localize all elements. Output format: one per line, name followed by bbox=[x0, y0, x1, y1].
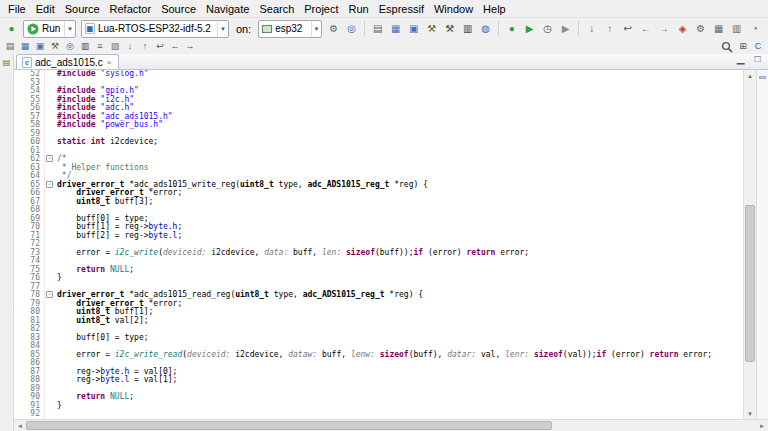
fold-collapse-icon[interactable]: - bbox=[44, 181, 54, 190]
fold-margin bbox=[44, 232, 54, 241]
save-icon[interactable]: ▦ bbox=[387, 20, 404, 37]
edit-launch-config-icon[interactable]: ◎ bbox=[343, 20, 360, 37]
run-history-icon[interactable]: ▶ bbox=[521, 20, 538, 37]
scroll-left-icon[interactable]: ◄ bbox=[14, 420, 26, 431]
horizontal-scroll-thumb[interactable] bbox=[26, 421, 552, 430]
debug-mode-icon[interactable]: ● bbox=[503, 20, 520, 37]
fold-margin bbox=[44, 198, 54, 207]
debug-icon[interactable]: ● bbox=[3, 20, 20, 37]
tab-adc-ads1015[interactable]: c adc_ads1015.c × bbox=[16, 54, 119, 69]
chevron-down-icon[interactable]: ▾ bbox=[217, 21, 228, 37]
minimize-editor-icon[interactable]: ▁ bbox=[732, 50, 749, 67]
code-line: 76} bbox=[14, 274, 743, 283]
code-text: #include "power_bus.h" bbox=[54, 121, 163, 130]
menu-refactor[interactable]: Refactor bbox=[105, 2, 157, 16]
menu-source[interactable]: Source bbox=[156, 2, 201, 16]
code-line: 92 bbox=[14, 410, 743, 419]
fold-margin bbox=[44, 342, 54, 351]
overview-mark[interactable] bbox=[759, 76, 766, 79]
new-file-dropdown-icon[interactable]: ▤ bbox=[3, 40, 17, 53]
code-text: } bbox=[54, 402, 62, 411]
build-all-icon[interactable]: ⚒ bbox=[441, 20, 458, 37]
menu-search[interactable]: Search bbox=[254, 2, 299, 16]
mark-occurrences-icon[interactable]: ▧ bbox=[108, 40, 122, 53]
minimized-view-icon[interactable]: ▤ bbox=[1, 57, 13, 69]
previous-marker-icon[interactable]: ↑ bbox=[601, 20, 618, 37]
fold-margin bbox=[44, 385, 54, 394]
serial-monitor-icon[interactable]: ▥ bbox=[728, 20, 745, 37]
new-connection-icon[interactable]: ◎ bbox=[63, 40, 77, 53]
menu-project[interactable]: Project bbox=[299, 2, 343, 16]
run-mode-select[interactable]: Run ▾ bbox=[23, 20, 76, 38]
menu-espressif[interactable]: Espressif bbox=[374, 2, 429, 16]
code-line: 61 bbox=[14, 147, 743, 156]
scroll-up-icon[interactable]: ▲ bbox=[744, 70, 756, 81]
heap-tracing-icon[interactable]: ◔ bbox=[746, 20, 763, 37]
profile-icon[interactable]: ◷ bbox=[539, 20, 556, 37]
forward-icon[interactable]: → bbox=[655, 20, 672, 37]
back-icon[interactable]: ← bbox=[637, 20, 654, 37]
main-area: ▤ c adc_ads1015.c × ▁□ 52#include "syslo… bbox=[0, 54, 768, 431]
vertical-scroll-track[interactable] bbox=[744, 81, 756, 408]
fold-collapse-icon[interactable]: - bbox=[44, 291, 54, 300]
save-all-sub-icon[interactable]: ▣ bbox=[33, 40, 47, 53]
horizontal-scroll-track[interactable] bbox=[26, 420, 756, 431]
previous-annotation-icon[interactable]: ↑ bbox=[138, 40, 152, 53]
help-icon[interactable]: ? bbox=[764, 20, 768, 37]
search-dialog-icon[interactable]: ◍ bbox=[477, 20, 494, 37]
new-wizard-icon[interactable]: ▤ bbox=[369, 20, 386, 37]
build-sub-icon[interactable]: ⚒ bbox=[48, 40, 62, 53]
code-text: } bbox=[54, 274, 62, 283]
scroll-right-icon[interactable]: ► bbox=[756, 420, 768, 431]
next-marker-icon[interactable]: ↓ bbox=[583, 20, 600, 37]
menu-run[interactable]: Run bbox=[344, 2, 374, 16]
next-annotation-icon[interactable]: ↓ bbox=[123, 40, 137, 53]
chevron-down-icon[interactable]: ▾ bbox=[64, 21, 75, 37]
launch-config-icon: ▦ bbox=[85, 23, 95, 34]
fold-margin bbox=[44, 368, 54, 377]
horizontal-scrollbar[interactable]: ◄ ► bbox=[14, 419, 768, 431]
menu-help[interactable]: Help bbox=[478, 2, 511, 16]
external-tools-icon[interactable]: ▶ bbox=[557, 20, 574, 37]
run-icon bbox=[27, 23, 39, 35]
espressif-tools-icon[interactable]: ◈ bbox=[674, 20, 691, 37]
back-sub-icon[interactable]: ← bbox=[168, 40, 182, 53]
maximize-editor-icon[interactable]: □ bbox=[749, 50, 766, 67]
last-edit-location-icon[interactable]: ↩ bbox=[619, 20, 636, 37]
launch-config-select[interactable]: ▦ Lua-RTOS-ESP32-idf-5.2 ▾ bbox=[81, 20, 229, 38]
partition-table-icon[interactable]: ▦ bbox=[710, 20, 727, 37]
toggle-breadcrumb-icon[interactable]: ≡ bbox=[93, 40, 107, 53]
fold-margin bbox=[44, 121, 54, 130]
save-all-icon[interactable]: ▣ bbox=[405, 20, 422, 37]
menu-navigate[interactable]: Navigate bbox=[201, 2, 254, 16]
menu-window[interactable]: Window bbox=[429, 2, 478, 16]
open-terminal-icon[interactable]: ▥ bbox=[459, 20, 476, 37]
code-surface[interactable]: 52#include "syslog.h"5354#include "gpio.… bbox=[14, 70, 743, 419]
launch-target-settings-icon[interactable]: ⚙ bbox=[325, 20, 342, 37]
console-icon[interactable]: ▥ bbox=[78, 40, 92, 53]
build-active-icon[interactable]: ⚒ bbox=[423, 20, 440, 37]
vertical-scrollbar[interactable]: ▲ ▼ bbox=[743, 70, 756, 419]
code-line: 63 * Helper functions bbox=[14, 164, 743, 173]
chevron-down-icon[interactable]: ▾ bbox=[311, 21, 322, 37]
menu-source[interactable]: Source bbox=[60, 2, 105, 16]
launch-target-select[interactable]: esp32 ▾ bbox=[258, 20, 322, 38]
overview-ruler[interactable] bbox=[756, 70, 768, 419]
fold-margin bbox=[44, 130, 54, 139]
menu-file[interactable]: File bbox=[3, 2, 31, 16]
menu-edit[interactable]: Edit bbox=[31, 2, 60, 16]
forward-sub-icon[interactable]: → bbox=[183, 40, 197, 53]
fold-margin bbox=[44, 223, 54, 232]
save-sub-icon[interactable]: ▦ bbox=[18, 40, 32, 53]
fold-collapse-icon[interactable]: - bbox=[44, 155, 54, 164]
code-line: 58#include "power_bus.h" bbox=[14, 121, 743, 130]
fold-margin bbox=[44, 410, 54, 419]
last-edit-sub-icon[interactable]: ↩ bbox=[153, 40, 167, 53]
close-icon[interactable]: × bbox=[106, 58, 113, 67]
sdk-configuration-icon[interactable]: ⚙ bbox=[692, 20, 709, 37]
minimized-views-bar: ▤ bbox=[0, 54, 14, 431]
scroll-down-icon[interactable]: ▼ bbox=[744, 408, 756, 419]
fold-margin bbox=[44, 79, 54, 88]
vertical-scroll-thumb[interactable] bbox=[745, 205, 755, 362]
fold-margin bbox=[44, 376, 54, 385]
